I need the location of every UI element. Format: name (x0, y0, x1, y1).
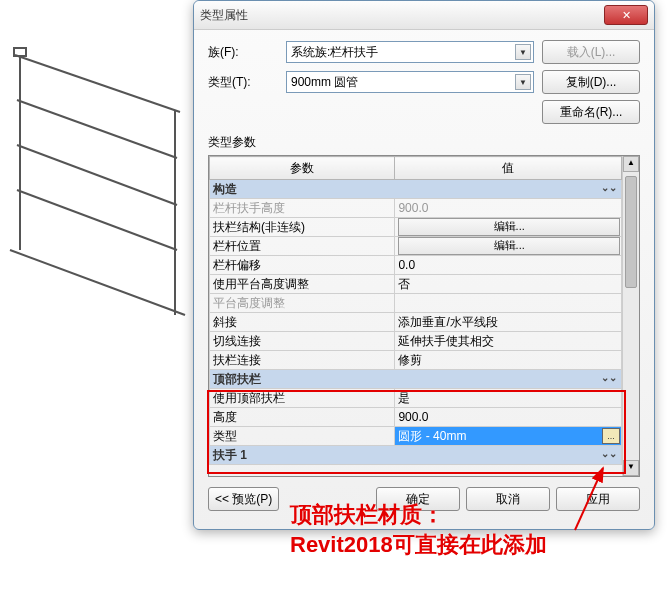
vertical-scrollbar[interactable]: ▲ ▼ (622, 156, 639, 476)
table-row[interactable]: 栏杆位置编辑... (210, 237, 622, 256)
scroll-down-icon[interactable]: ▼ (623, 460, 639, 476)
type-properties-dialog: 类型属性 ✕ 族(F): 系统族:栏杆扶手 ▼ 载入(L)... 类型(T): … (193, 0, 655, 530)
section-top-rail[interactable]: 顶部扶栏⌄⌄ (210, 370, 622, 389)
family-label: 族(F): (208, 44, 278, 61)
annotation-text: 顶部扶栏材质： Revit2018可直接在此添加 (290, 500, 547, 559)
collapse-icon: ⌄⌄ (601, 448, 617, 459)
type-combo-value: 900mm 圆管 (291, 74, 358, 91)
collapse-icon: ⌄⌄ (601, 182, 617, 193)
type-value-cell[interactable]: 圆形 - 40mm ... (395, 427, 622, 446)
table-row[interactable]: 栏杆偏移0.0 (210, 256, 622, 275)
table-row[interactable]: 切线连接延伸扶手使其相交 (210, 332, 622, 351)
svg-line-6 (10, 250, 185, 315)
svg-line-2 (15, 55, 180, 112)
dialog-title: 类型属性 (200, 7, 604, 24)
table-row[interactable]: 斜接添加垂直/水平线段 (210, 313, 622, 332)
table-row[interactable]: 扶栏连接修剪 (210, 351, 622, 370)
type-combo[interactable]: 900mm 圆管 ▼ (286, 71, 534, 93)
table-row[interactable]: 类型 圆形 - 40mm ... (210, 427, 622, 446)
apply-button[interactable]: 应用 (556, 487, 640, 511)
parameters-grid: 参数 值 构造⌄⌄ 栏杆扶手高度900.0 扶栏结构(非连续)编辑... 栏杆位… (208, 155, 640, 477)
family-combo[interactable]: 系统族:栏杆扶手 ▼ (286, 41, 534, 63)
load-button[interactable]: 载入(L)... (542, 40, 640, 64)
table-row[interactable]: 扶栏结构(非连续)编辑... (210, 218, 622, 237)
rename-button[interactable]: 重命名(R)... (542, 100, 640, 124)
family-combo-value: 系统族:栏杆扶手 (291, 44, 378, 61)
section-handrail-1[interactable]: 扶手 1⌄⌄ (210, 446, 622, 465)
svg-line-3 (17, 100, 177, 158)
scroll-up-icon[interactable]: ▲ (623, 156, 639, 172)
col-value[interactable]: 值 (395, 157, 622, 180)
close-button[interactable]: ✕ (604, 5, 648, 25)
table-row[interactable]: 高度900.0 (210, 408, 622, 427)
browse-button[interactable]: ... (602, 428, 620, 444)
svg-line-5 (17, 190, 177, 250)
svg-line-4 (17, 145, 177, 205)
collapse-icon: ⌄⌄ (601, 372, 617, 383)
dialog-titlebar[interactable]: 类型属性 ✕ (194, 1, 654, 30)
table-row[interactable]: 使用平台高度调整否 (210, 275, 622, 294)
scrollbar-thumb[interactable] (625, 176, 637, 288)
copy-button[interactable]: 复制(D)... (542, 70, 640, 94)
table-row[interactable]: 栏杆扶手高度900.0 (210, 199, 622, 218)
table-row[interactable]: 平台高度调整 (210, 294, 622, 313)
chevron-down-icon: ▼ (515, 44, 531, 60)
section-construction[interactable]: 构造⌄⌄ (210, 180, 622, 199)
grid-header-row: 参数 值 (210, 157, 622, 180)
col-param[interactable]: 参数 (210, 157, 395, 180)
preview-button[interactable]: << 预览(P) (208, 487, 279, 511)
type-params-label: 类型参数 (208, 134, 640, 151)
table-row[interactable]: 使用顶部扶栏是 (210, 389, 622, 408)
type-label: 类型(T): (208, 74, 278, 91)
chevron-down-icon: ▼ (515, 74, 531, 90)
railing-illustration (5, 30, 205, 330)
edit-button[interactable]: 编辑... (398, 218, 620, 236)
edit-button[interactable]: 编辑... (398, 237, 620, 255)
